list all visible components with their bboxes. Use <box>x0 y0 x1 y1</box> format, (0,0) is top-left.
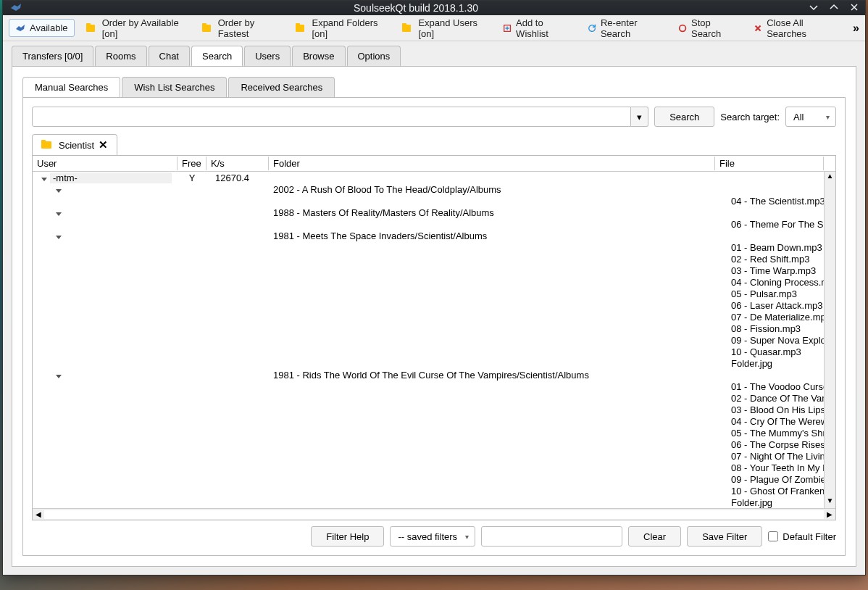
search-input[interactable] <box>32 107 631 127</box>
column-user[interactable]: User <box>33 157 178 170</box>
toolbar: Available Order by Available [on] Order … <box>3 15 865 41</box>
filter-help-button[interactable]: Filter Help <box>311 526 384 547</box>
order-available-button[interactable]: Order by Available [on] <box>80 14 191 42</box>
folder-icon <box>202 25 211 32</box>
tab-browse[interactable]: Browse <box>292 46 345 66</box>
vertical-scrollbar[interactable]: ▲ ▼ <box>824 172 835 508</box>
expand-users-button[interactable]: Expand Users [on] <box>396 14 491 42</box>
minimize-button[interactable] <box>809 2 819 14</box>
close-icon <box>754 23 762 33</box>
results-pane: User Free K/s Folder File -mtm-Y12670.42… <box>32 155 836 520</box>
folder-icon <box>402 25 411 32</box>
table-row[interactable]: 1981 - Rids The World Of The Evil Curse … <box>33 369 835 381</box>
folder-icon <box>296 25 304 32</box>
table-row[interactable]: 09 - Plague Of Zombies.mp3 <box>33 473 835 485</box>
table-row[interactable]: 06 - Laser Attack.mp3 <box>33 299 835 311</box>
toolbar-overflow-button[interactable]: » <box>853 22 859 35</box>
refresh-icon <box>588 23 596 33</box>
tab-rooms[interactable]: Rooms <box>95 46 146 66</box>
table-row[interactable]: 08 - Your Teeth In My Neck.mp3 <box>33 462 835 473</box>
close-all-button[interactable]: Close All Searches <box>748 14 841 42</box>
content-area: Transfers [0/0] Rooms Chat Search Users … <box>3 41 865 576</box>
table-row[interactable]: 01 - Beam Down.mp3 <box>33 241 835 253</box>
column-ks[interactable]: K/s <box>206 157 269 170</box>
maximize-button[interactable] <box>829 2 839 14</box>
table-row[interactable]: 10 - Quasar.mp3 <box>33 346 835 357</box>
window-controls <box>809 2 859 14</box>
table-row[interactable]: 05 - The Mummy's Shroud.mp3 <box>33 427 835 439</box>
save-filter-button[interactable]: Save Filter <box>687 526 762 547</box>
search-row: ▾ Search Search target: All <box>32 107 836 127</box>
table-row[interactable]: 1981 - Meets The Space Invaders/Scientis… <box>33 230 835 241</box>
table-row[interactable]: 04 - Cry Of The Werewolf.mp3 <box>33 415 835 427</box>
scrollbar-track[interactable] <box>44 510 824 519</box>
expand-folders-button[interactable]: Expand Folders [on] <box>290 14 391 42</box>
table-row[interactable]: 10 - Ghost Of Frankenstein.mp3 <box>33 485 835 496</box>
filter-row: Filter Help -- saved filters Clear Save … <box>32 526 836 547</box>
main-window: SoulseekQt build 2018.1.30 Available Ord… <box>2 0 866 576</box>
table-row[interactable]: 06 - Theme For The Scientist <box>33 218 835 230</box>
default-filter-checkbox[interactable]: Default Filter <box>768 531 836 542</box>
clear-filter-button[interactable]: Clear <box>628 526 681 547</box>
search-target-label: Search target: <box>720 112 780 122</box>
bird-icon <box>15 23 25 33</box>
tab-users[interactable]: Users <box>244 46 291 66</box>
reenter-search-button[interactable]: Re-enter Search <box>582 14 667 42</box>
folder-icon <box>86 25 95 32</box>
tab-transfers[interactable]: Transfers [0/0] <box>12 46 93 66</box>
table-row[interactable]: 04 - Cloning Process.mp3 <box>33 276 835 288</box>
tab-wish-list[interactable]: Wish List Searches <box>122 77 227 97</box>
table-row[interactable]: -mtm-Y12670.4 <box>33 172 835 183</box>
table-row[interactable]: 07 - Night Of The Living Dead <box>33 450 835 462</box>
close-button[interactable] <box>849 2 859 14</box>
table-row[interactable]: 05 - Pulsar.mp3 <box>33 288 835 299</box>
manual-searches-panel: ▾ Search Search target: All Scientist ✕ <box>22 97 846 556</box>
table-row[interactable]: 2002 - A Rush Of Blood To The Head/Coldp… <box>33 183 835 195</box>
tab-manual-searches[interactable]: Manual Searches <box>22 77 120 97</box>
order-fastest-button[interactable]: Order by Fastest <box>196 14 285 42</box>
table-row[interactable]: 01 - The Voodoo Curse.mp3 <box>33 381 835 392</box>
tab-received[interactable]: Received Searches <box>228 77 335 97</box>
stop-icon <box>678 23 687 33</box>
table-row[interactable]: 03 - Time Warp.mp3 <box>33 265 835 276</box>
filter-input[interactable] <box>481 526 622 547</box>
scroll-up-icon[interactable]: ▲ <box>825 172 835 183</box>
scroll-left-icon[interactable]: ◀ <box>33 510 44 518</box>
scroll-down-icon[interactable]: ▼ <box>825 496 835 508</box>
saved-filters-select[interactable]: -- saved filters <box>390 526 475 547</box>
horizontal-scrollbar[interactable]: ◀ ▶ <box>33 508 835 520</box>
svg-point-1 <box>680 25 686 31</box>
scroll-right-icon[interactable]: ▶ <box>824 510 835 518</box>
search-target-select[interactable]: All <box>785 107 836 127</box>
tab-chat[interactable]: Chat <box>149 46 190 66</box>
column-file[interactable]: File <box>715 157 824 170</box>
window-title: SoulseekQt build 2018.1.30 <box>23 2 809 14</box>
table-row[interactable]: 07 - De Materialize.mp3 <box>33 311 835 323</box>
search-button[interactable]: Search <box>654 107 714 127</box>
search-history-dropdown[interactable]: ▾ <box>631 107 648 127</box>
add-wishlist-button[interactable]: Add to Wishlist <box>497 14 576 42</box>
folder-icon <box>41 141 51 149</box>
table-row[interactable]: 02 - Red Shift.mp3 <box>33 253 835 265</box>
scrollbar-thumb[interactable] <box>825 183 835 496</box>
table-row[interactable]: 06 - The Corpse Rises.mp3 <box>33 439 835 450</box>
table-row[interactable]: Folder.jpg <box>33 357 835 369</box>
wishlist-icon <box>503 23 512 33</box>
column-folder[interactable]: Folder <box>269 157 715 170</box>
tab-search[interactable]: Search <box>191 46 243 66</box>
table-row[interactable]: 04 - The Scientist.mp3 <box>33 195 835 207</box>
search-combobox: ▾ <box>32 107 648 127</box>
table-row[interactable]: 09 - Super Nova Explosion.mp3 <box>33 334 835 346</box>
stop-search-button[interactable]: Stop Search <box>672 14 742 42</box>
result-tab-scientist[interactable]: Scientist ✕ <box>32 134 117 155</box>
main-tabs: Transfers [0/0] Rooms Chat Search Users … <box>3 41 865 66</box>
table-row[interactable]: 1988 - Masters Of Reality/Masters Of Rea… <box>33 207 835 218</box>
tab-options[interactable]: Options <box>347 46 401 66</box>
table-row[interactable]: Folder.jpg <box>33 496 835 508</box>
table-row[interactable]: 03 - Blood On His Lips.mp3 <box>33 404 835 415</box>
available-button[interactable]: Available <box>9 19 75 37</box>
table-row[interactable]: 08 - Fission.mp3 <box>33 323 835 334</box>
table-row[interactable]: 02 - Dance Of The Vampires <box>33 392 835 404</box>
column-free[interactable]: Free <box>178 157 206 170</box>
close-result-tab[interactable]: ✕ <box>99 138 108 151</box>
